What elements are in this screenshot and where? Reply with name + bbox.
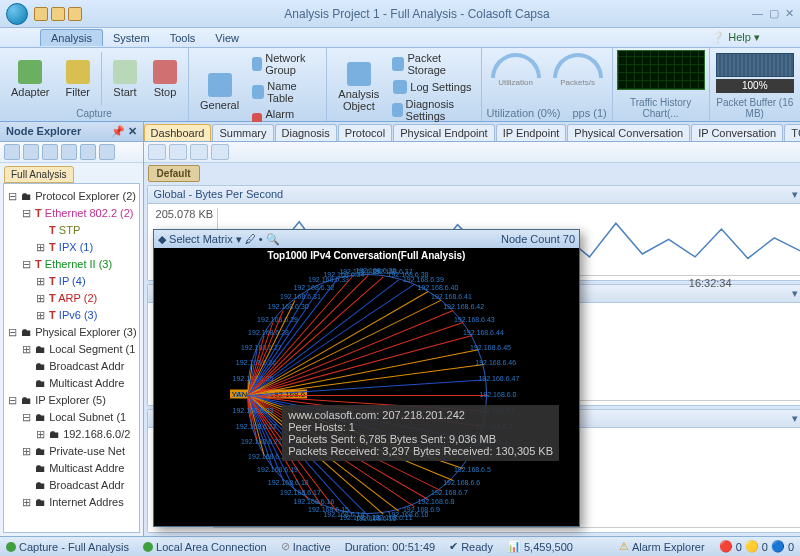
tree-node[interactable]: ⊟ 🖿 Physical Explorer (3)	[6, 324, 137, 341]
node-count: Node Count 70	[501, 233, 575, 245]
tree-node[interactable]: 🖿 Broadcast Addr	[6, 358, 137, 375]
tool-icon[interactable]	[42, 144, 58, 160]
tool-icon[interactable]	[23, 144, 39, 160]
ribbon: Adapter Filter Start Stop Capture Genera…	[0, 48, 800, 122]
tree-node[interactable]: ⊞ T IPX (1)	[6, 239, 137, 256]
dash-tool-icon[interactable]	[190, 144, 208, 160]
tab-tools[interactable]: Tools	[160, 30, 206, 46]
view-tab[interactable]: Physical Conversation	[567, 124, 690, 141]
view-tab[interactable]: TCF	[784, 124, 800, 141]
view-tab[interactable]: IP Conversation	[691, 124, 783, 141]
quick-access	[34, 7, 82, 21]
full-analysis-tab[interactable]: Full Analysis	[4, 166, 74, 183]
tree-node[interactable]: ⊞ 🖿 Private-use Net	[6, 443, 137, 460]
tree-node[interactable]: ⊟ T Ethernet 802.2 (2)	[6, 205, 137, 222]
play-icon	[113, 60, 137, 84]
view-tab[interactable]: IP Endpoint	[496, 124, 567, 141]
tool-icon[interactable]	[61, 144, 77, 160]
view-tab[interactable]: Physical Endpoint	[393, 124, 494, 141]
pps-gauge: Packets/s	[548, 50, 608, 90]
menu-bar: Analysis System Tools View ❔ Help ▾	[0, 28, 800, 48]
alarm-explorer-button[interactable]: ⚠Alarm Explorer	[619, 540, 705, 553]
network-group-button[interactable]: Network Group	[248, 50, 322, 78]
tree-node[interactable]: T STP	[6, 222, 137, 239]
tool-icon[interactable]	[80, 144, 96, 160]
tree-node[interactable]: ⊟ 🖿 Protocol Explorer (2)	[6, 188, 137, 205]
tree-node[interactable]: ⊞ 🖿 Local Segment (1	[6, 341, 137, 358]
maximize-icon[interactable]: ▢	[769, 7, 779, 20]
status-dot-icon	[6, 542, 16, 552]
util-label: Utilization (0%)	[486, 107, 560, 119]
tree-node[interactable]: ⊟ 🖿 Local Subnet (1	[6, 409, 137, 426]
tree-node[interactable]: ⊟ T Ethernet II (3)	[6, 256, 137, 273]
traffic-label: Traffic History Chart(...	[617, 96, 705, 119]
packet-storage-button[interactable]: Packet Storage	[388, 50, 476, 78]
close-icon[interactable]: ✕	[785, 7, 794, 20]
node-explorer: Node Explorer📌 ✕ Full Analysis ⊟ 🖿 Proto…	[0, 122, 144, 536]
qa-icon[interactable]	[34, 7, 48, 21]
tree-node[interactable]: ⊞ T IP (4)	[6, 273, 137, 290]
tool-icon[interactable]	[99, 144, 115, 160]
tree-node[interactable]: 🖿 Broadcast Addr	[6, 477, 137, 494]
pin-icon[interactable]: 📌 ✕	[111, 125, 137, 138]
view-tab[interactable]: Diagnosis	[275, 124, 337, 141]
traffic-history-chart	[617, 50, 705, 90]
buffer-pct: 100%	[716, 79, 794, 93]
tree-node[interactable]: ⊞ 🖿 Internet Addres	[6, 494, 137, 511]
tree[interactable]: ⊟ 🖿 Protocol Explorer (2)⊟ T Ethernet 80…	[3, 183, 140, 533]
help-button[interactable]: ❔ Help ▾	[711, 31, 760, 44]
dash-tool-icon[interactable]	[169, 144, 187, 160]
default-tab[interactable]: Default	[148, 165, 200, 182]
tab-system[interactable]: System	[103, 30, 160, 46]
stop-button[interactable]: Stop	[146, 50, 184, 107]
status-inactive: ⊘Inactive	[281, 540, 331, 553]
alarm-counts: 🔴0 🟡0 🔵0	[719, 540, 794, 553]
view-tabs: DashboardSummaryDiagnosisProtocolPhysica…	[144, 122, 800, 142]
filter-button[interactable]: Filter	[59, 50, 97, 107]
dashboard-toolbar	[144, 142, 800, 163]
node-toolbar	[0, 142, 143, 163]
dropdown-icon[interactable]: ▾	[792, 412, 798, 425]
tree-node[interactable]: ⊞ T ARP (2)	[6, 290, 137, 307]
packet-storage-icon	[392, 57, 404, 71]
filter-icon	[66, 60, 90, 84]
tree-node[interactable]: ⊞ T IPv6 (3)	[6, 307, 137, 324]
matrix-window[interactable]: ◆ Select Matrix ▾ 🖊 • 🔍 Node Count 70 To…	[153, 229, 580, 527]
titlebar: Analysis Project 1 - Full Analysis - Col…	[0, 0, 800, 28]
log-settings-button[interactable]: Log Settings	[388, 78, 476, 96]
y-label: 205.078 KB	[156, 208, 214, 220]
group-capture-label: Capture	[4, 107, 184, 119]
view-tab[interactable]: Protocol	[338, 124, 392, 141]
tree-node[interactable]: ⊟ 🖿 IP Explorer (5)	[6, 392, 137, 409]
matrix-tooltip: www.colasoft.com: 207.218.201.242Peer Ho…	[282, 405, 559, 461]
dash-tool-icon[interactable]	[211, 144, 229, 160]
tree-node[interactable]: ⊞ 🖿 192.168.6.0/2	[6, 426, 137, 443]
tree-node[interactable]: 🖿 Multicast Addre	[6, 460, 137, 477]
app-orb[interactable]	[6, 3, 28, 25]
dash-tool-icon[interactable]	[148, 144, 166, 160]
qa-icon[interactable]	[51, 7, 65, 21]
start-button[interactable]: Start	[106, 50, 144, 107]
matrix-body: YANG-PC 192.168.6 192.168.6.0192.168.6.1…	[154, 262, 579, 526]
adapter-icon	[18, 60, 42, 84]
panel-title: Global - Bytes Per Second	[154, 188, 284, 201]
window-title: Analysis Project 1 - Full Analysis - Col…	[82, 7, 752, 21]
analysis-object-button[interactable]: Analysis Object	[331, 50, 386, 124]
adapter-button[interactable]: Adapter	[4, 50, 57, 107]
tab-view[interactable]: View	[205, 30, 249, 46]
tab-analysis[interactable]: Analysis	[40, 29, 103, 46]
tool-icon[interactable]	[4, 144, 20, 160]
matrix-header[interactable]: ◆ Select Matrix ▾ 🖊 • 🔍 Node Count 70	[154, 230, 579, 248]
qa-icon[interactable]	[68, 7, 82, 21]
dropdown-icon[interactable]: ▾	[792, 188, 798, 201]
analysis-object-icon	[347, 62, 371, 86]
tree-node[interactable]: 🖿 Multicast Addre	[6, 375, 137, 392]
diagnosis-settings-button[interactable]: Diagnosis Settings	[388, 96, 476, 124]
view-tab[interactable]: Summary	[212, 124, 273, 141]
status-bar: Capture - Full Analysis Local Area Conne…	[0, 536, 800, 556]
minimize-icon[interactable]: —	[752, 7, 763, 20]
chord-circle: YANG-PC 192.168.6 192.168.6.0192.168.6.1…	[247, 274, 487, 514]
view-tab[interactable]: Dashboard	[144, 124, 212, 141]
network-group-icon	[252, 57, 262, 71]
name-table-button[interactable]: Name Table	[248, 78, 322, 106]
